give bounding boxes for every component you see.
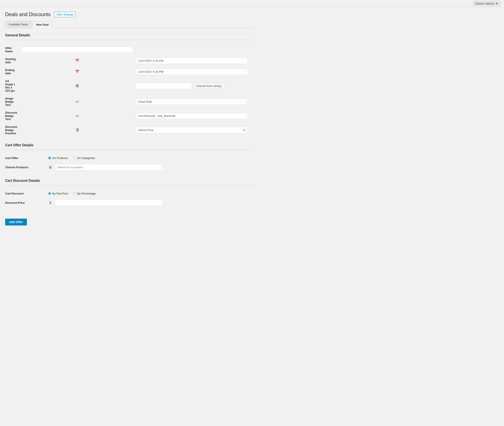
choose-from-library-button[interactable]: Choose from Library [194,83,224,89]
cart-offer-on-products-text: On Products [52,156,68,160]
list-icon-badge-position [21,123,136,137]
page-header: Deals and Discounts Offer Settings [5,12,253,17]
tab-new-deal[interactable]: New Deal [33,21,52,28]
image-badge-text-row: Image Badge Text [5,95,250,109]
cart-offer-on-products-label[interactable]: On Products [48,156,68,160]
offer-settings-button[interactable]: Offer Settings [54,12,76,17]
screen-options-label: Screen Options [476,2,495,5]
image-icon [21,77,136,95]
calendar-icon-starting [21,55,136,66]
add-offer-button[interactable]: Add Offer [5,219,27,226]
cart-offer-form-table: Cart Offer On Products On Categories [5,154,177,173]
grid-icon-products [48,162,55,173]
screen-options-bar: Screen Options ▼ [0,0,504,7]
offer-name-input[interactable] [21,47,133,53]
offer-name-label: Offer Name [5,44,21,55]
image-badge-text-input[interactable] [136,99,248,105]
discount-price-row: Discount Price $ [5,198,177,208]
choose-products-row: Choose Products [5,162,177,173]
cart-discount-title: Cart Discount Details [5,179,253,183]
search-products-input[interactable] [55,164,162,170]
starting-date-label: Starting date [5,55,21,66]
general-divider [5,40,253,40]
general-details-section: General Details Offer Name Starting date [5,33,253,137]
tab-available-deals[interactable]: Available Deals [5,21,32,28]
general-form-table: Offer Name Starting date [5,44,250,137]
cart-offer-row: Cart Offer On Products On Categories [5,154,177,162]
currency-symbol: $ [48,198,55,208]
cart-discount-flat-price-radio[interactable] [48,192,51,195]
ending-date-label: Ending date [5,66,21,77]
chevron-down-icon: ▼ [495,2,498,5]
cart-discount-label: Cart Discount [5,190,48,198]
cart-discount-flat-price-text: By Flat Price [52,192,68,195]
general-details-title: General Details [5,33,253,37]
cart-discount-percentage-text: By Percentage [77,192,96,195]
screen-options-button[interactable]: Screen Options ▼ [473,1,501,6]
cart-offer-divider [5,150,253,150]
cart-offer-radio-group: On Products On Categories [48,156,175,160]
cart-discount-radio-group: By Flat Price By Percentage [48,192,175,195]
discount-badge-position-row: Discount Badge Position Above Price Belo… [5,123,250,137]
cart-discount-form-table: Cart Discount By Flat Price By Percentag… [5,190,177,208]
page-title: Deals and Discounts [5,12,50,17]
cart-offer-on-products-radio[interactable] [48,157,51,159]
discount-price-input[interactable] [55,200,162,206]
cart-discount-flat-price-label[interactable]: By Flat Price [48,192,68,195]
discount-price-label: Discount Price [5,198,48,208]
cart-discount-section: Cart Discount Details Cart Discount By F… [5,179,253,208]
ending-date-input[interactable] [136,69,248,75]
ending-date-row: Ending date [5,66,250,77]
cart-discount-percentage-radio[interactable] [73,192,76,195]
discount-badge-position-label: Discount Badge Position [5,123,21,137]
cart-discount-divider [5,185,253,185]
discount-badge-text-input[interactable] [136,113,248,119]
starting-date-row: Starting date [5,55,250,66]
tag-icon-discount-badge [21,109,136,123]
image-badge-text-label: Image Badge Text [5,95,21,109]
cart-offer-on-categories-label[interactable]: On Categories [73,156,95,160]
calendar-icon-ending [21,66,136,77]
cart-offer-title: Cart Offer Details [5,143,253,147]
choose-products-label: Choose Products [5,162,48,173]
discount-badge-text-row: Discount Badge Text [5,109,250,123]
ad-image-label: Ad Image ( 831 x 315 )px [5,77,21,95]
discount-badge-text-label: Discount Badge Text [5,109,21,123]
starting-date-input[interactable] [136,58,248,64]
ad-image-row: Ad Image ( 831 x 315 )px Choose from Lib… [5,77,250,95]
cart-discount-row: Cart Discount By Flat Price By Percentag… [5,190,177,198]
tabs-bar: Available Deals New Deal [5,21,253,28]
discount-badge-position-select[interactable]: Above Price Below Price Below Rating Abo… [136,127,248,133]
cart-offer-label: Cart Offer [5,154,48,162]
content-area: General Details Offer Name Starting date [5,28,253,226]
ad-image-field-row: Choose from Library [136,83,248,89]
offer-name-row: Offer Name [5,44,250,55]
ad-image-url-input[interactable] [136,83,192,89]
cart-offer-on-categories-radio[interactable] [73,157,76,159]
cart-discount-percentage-label[interactable]: By Percentage [73,192,96,195]
cart-offer-section: Cart Offer Details Cart Offer On Product… [5,143,253,173]
tag-icon-image-badge [21,95,136,109]
cart-offer-on-categories-text: On Categories [77,156,95,160]
